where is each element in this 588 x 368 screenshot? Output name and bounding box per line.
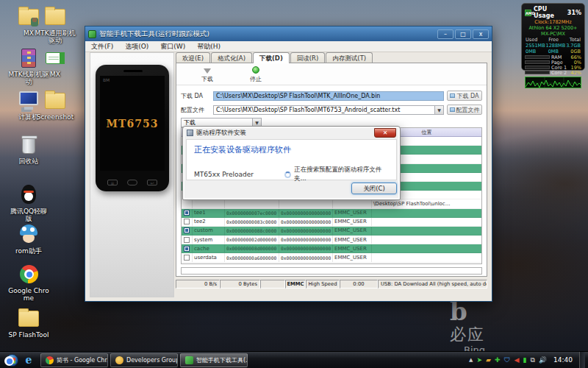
- maximize-button[interactable]: □: [455, 29, 471, 39]
- download-toolbar: 下载 停止: [176, 63, 487, 85]
- system-tray: ▲ ➤ ▰ ✚ 🛡 ◀ ▮ ⧉ 🔊 14:40: [469, 352, 588, 368]
- memory-headers: UsedFreeTotal: [525, 37, 581, 43]
- close-button[interactable]: x: [473, 29, 489, 39]
- choose-da-button[interactable]: 下载 DA: [447, 91, 482, 101]
- show-hidden-icons-button[interactable]: ▲: [469, 356, 473, 364]
- checkbox-unchecked[interactable]: [184, 219, 190, 224]
- core2-bar: Core 242%: [525, 70, 581, 75]
- gadget-title: CPU Usage: [534, 6, 565, 19]
- cpu-history-graph: [525, 77, 581, 88]
- stop-button[interactable]: 停止: [241, 65, 270, 83]
- status-bar: 0 B/s 0 Bytes EMMC High Speed 0:00 USB: …: [176, 279, 487, 289]
- desktop-icon-recycle-bin[interactable]: 回收站: [7, 134, 50, 165]
- mushroom-icon: [20, 224, 37, 236]
- dialog-title: 驱动程序软件安装: [196, 129, 246, 138]
- checkbox-unchecked[interactable]: [184, 255, 190, 261]
- menu-file[interactable]: 文件(F): [91, 42, 113, 52]
- desktop-icon-sp-flashtool-folder[interactable]: SP FlashTool: [7, 308, 50, 339]
- desktop-icon-mx-card[interactable]: MX: [34, 47, 76, 78]
- folder-icon: [18, 311, 39, 327]
- tab-format[interactable]: 格式化(A): [211, 52, 252, 63]
- file-icon: [450, 107, 455, 112]
- checkbox-unchecked[interactable]: [184, 237, 190, 243]
- device-name: MT65xx Preloader: [194, 171, 284, 178]
- table-row-tee1[interactable]: tee1 0x0000000007ec0000 0x00000000000000…: [182, 209, 481, 218]
- menu-help[interactable]: 帮助(H): [197, 42, 220, 52]
- internet-explorer-icon[interactable]: e: [23, 354, 35, 366]
- table-row[interactable]: \Desktop\SP FlashTool\unloc...: [182, 199, 481, 208]
- host-name: MX-PC\MX: [525, 31, 581, 37]
- window-titlebar[interactable]: 智能手机下载工具(运行时跟踪模式) – □ x: [85, 26, 492, 41]
- tab-memory-test[interactable]: 内存测试(T): [326, 52, 373, 63]
- desktop-icon-label: rom助手: [7, 247, 50, 255]
- status-blank: [260, 280, 285, 289]
- partition-location: \Desktop\SP FlashTool\unloc...: [372, 199, 481, 208]
- menu-options[interactable]: 选项(O): [125, 42, 148, 52]
- tab-readback[interactable]: 回读(R): [290, 52, 326, 63]
- dialog-close-button[interactable]: 关闭(C): [351, 183, 397, 194]
- desktop-icon-label: 回收站: [7, 158, 50, 165]
- table-row-tee2[interactable]: tee2 0x00000000083c0000 0x00000000000000…: [182, 218, 481, 227]
- phone-screen: BM MT6753: [100, 76, 165, 171]
- show-desktop-button[interactable]: [579, 352, 585, 368]
- phone-chipset-label: MT6753: [100, 118, 165, 130]
- phone-menu-key-icon: ≡: [107, 180, 118, 185]
- driver-tool-icon[interactable]: ➤: [477, 356, 483, 364]
- network-icon[interactable]: ⧉: [530, 356, 534, 364]
- scatter-file-combo[interactable]: C:\Users\MX\Desktop\SP FlashTool\MT6753_…: [213, 105, 444, 115]
- download-progress-bar: [181, 267, 482, 275]
- tab-welcome[interactable]: 欢迎(E): [176, 52, 210, 63]
- table-row-custom[interactable]: custom 0x00000000088c0000 0x000000000000…: [182, 227, 481, 236]
- status-storage: EMMC: [285, 280, 306, 289]
- dialog-close-icon[interactable]: ✕: [374, 128, 396, 138]
- amd-logo-icon: AMD: [525, 10, 531, 16]
- desktop-icon-mtk-driver-folder[interactable]: MTK通用刷机驱动: [34, 6, 76, 44]
- window-title: 智能手机下载工具(运行时跟踪模式): [99, 29, 209, 39]
- table-row-cache[interactable]: cache 0x000000008d000000 0x0000000000000…: [182, 244, 481, 253]
- desktop-icon-qq[interactable]: 腾讯QQ轻聊版: [7, 184, 50, 222]
- chevron-down-icon[interactable]: ▼: [434, 106, 443, 114]
- dialog-titlebar[interactable]: 驱动程序软件安装 ✕: [183, 127, 400, 139]
- scatter-file-label: 配置文件: [181, 106, 213, 114]
- taskbar-clock[interactable]: 14:40: [553, 356, 573, 364]
- taskbar-task-developers-group[interactable]: Developers Group: [110, 353, 178, 367]
- cpu-usage-gadget[interactable]: AMD CPU Usage 31% Clock:1782MHz Athlon 6…: [521, 3, 585, 71]
- desktop-icon-chrome[interactable]: Google Chrome: [7, 263, 50, 302]
- driver-install-dialog: 驱动程序软件安装 ✕ 正在安装设备驱动程序软件 MT65xx Preloader…: [182, 126, 401, 200]
- choose-scatter-button[interactable]: 配置文件: [447, 105, 482, 115]
- desktop-icon-label: 腾讯QQ轻聊版: [7, 208, 50, 222]
- folder-icon: [45, 9, 65, 25]
- taskbar-task-flashtool[interactable]: 智能手机下载工具(...: [180, 353, 248, 367]
- da-file-path[interactable]: C:\Users\MX\Desktop\SP FlashTool\MTK_All…: [213, 91, 444, 101]
- table-row-system[interactable]: system 0x000000002d000000 0x000000000000…: [182, 236, 481, 244]
- checkbox-checked[interactable]: [184, 246, 190, 252]
- desktop-icon-screenshot-folder[interactable]: Screenshot: [34, 90, 76, 121]
- audio-device-icon[interactable]: ◀: [514, 356, 520, 364]
- memory-values-ram: 2551MB1288MB3.7GB: [525, 43, 581, 49]
- folder-icon: [45, 93, 65, 109]
- desktop-icon-rom-assistant[interactable]: rom助手: [7, 224, 50, 255]
- battery-icon[interactable]: ▮: [523, 356, 526, 364]
- volume-icon[interactable]: 🔊: [539, 356, 547, 364]
- tab-download[interactable]: 下载(D): [253, 52, 290, 63]
- green-shield-icon[interactable]: ✚: [495, 356, 501, 364]
- phone-back-key-icon: ↩: [147, 180, 157, 185]
- phone-preview-panel: BM MT6753 ≡ ↩: [90, 52, 174, 297]
- menu-window[interactable]: 窗口(W): [160, 42, 185, 52]
- status-usb-speed: High Speed: [306, 280, 340, 289]
- taskbar-task-chrome[interactable]: 简书 - Google Chr...: [40, 353, 108, 367]
- tab-strip: 欢迎(E) 格式化(A) 下载(D) 回读(R) 内存测试(T): [176, 52, 487, 63]
- download-button[interactable]: 下载: [193, 65, 222, 83]
- blue-shield-icon[interactable]: 🛡: [504, 356, 511, 364]
- checkbox-checked[interactable]: [184, 210, 190, 216]
- table-row-userdata[interactable]: userdata 0x00000000a6000000 0x0000000000…: [182, 253, 481, 262]
- cpu-usage-percent: 31%: [567, 10, 581, 16]
- phone-speaker: [123, 70, 143, 72]
- desktop-icon-label: MX: [34, 71, 76, 78]
- folder-tray-icon[interactable]: ▰: [486, 356, 491, 364]
- status-bytes: 0 Bytes: [220, 280, 260, 289]
- status-usb-info: USB: DA Download All (high speed, auto d…: [378, 280, 487, 289]
- recycle-bin-icon: [22, 136, 35, 154]
- minimize-button[interactable]: –: [437, 29, 453, 39]
- checkbox-checked[interactable]: [184, 227, 190, 233]
